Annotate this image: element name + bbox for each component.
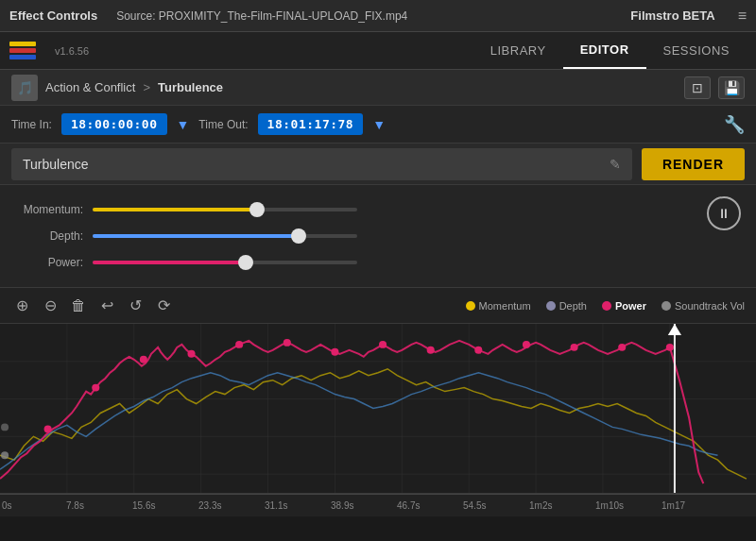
sliders-area: Momentum: Depth: Power: ⏸ [0,185,756,288]
legend-soundtrack-vol: Soundtrack Vol [662,300,745,312]
svg-point-16 [140,356,147,363]
tab-sessions[interactable]: SESSIONS [646,32,747,69]
svg-point-20 [331,348,338,356]
time-out-arrow[interactable]: ▼ [372,117,386,132]
momentum-slider-thumb [249,202,265,217]
depth-slider-row: Depth: [15,223,679,249]
delete-icon[interactable]: 🗑 [68,297,89,314]
nav-tabs-bar: v1.6.56 LIBRARY EDITOR SESSIONS [0,32,756,70]
breadcrumb-track: Turbulence [158,80,223,94]
legend-label-power: Power [615,300,646,312]
tick-10: 1m17 [662,500,685,511]
undo-icon[interactable]: ↩ [96,296,117,314]
tick-3: 23.3s [198,500,221,511]
chart-svg [0,324,756,493]
svg-point-18 [235,341,243,348]
svg-point-27 [666,344,674,351]
time-in-label: Time In: [11,118,52,131]
pause-button[interactable]: ⏸ [707,196,741,230]
legend-label-soundtrack: Soundtrack Vol [675,300,745,312]
source-file-label: Source: PROXIMITY_The-Film-FINAL-UPLOAD_… [116,9,611,23]
menu-icon[interactable]: ≡ [738,8,747,25]
top-bar: Effect Controls Source: PROXIMITY_The-Fi… [0,0,756,32]
legend-label-depth: Depth [559,300,587,312]
svg-point-21 [379,341,387,348]
save-icon[interactable]: 💾 [718,76,745,99]
tick-2: 15.6s [132,500,155,511]
momentum-slider-fill [93,208,257,211]
logo-box [9,42,36,59]
legend-dot-power [602,301,611,311]
tick-7: 54.5s [463,500,486,511]
breadcrumb-category: Action & Conflict [45,80,135,94]
svg-point-26 [618,344,626,351]
power-slider-fill [93,261,246,264]
tick-9: 1m10s [595,500,624,511]
svg-point-25 [571,344,578,351]
tick-1: 7.8s [66,500,84,511]
time-out-label: Time Out: [198,118,248,131]
track-thumbnail: 🎵 [11,75,38,101]
effect-controls-title: Effect Controls [9,8,97,23]
edit-track-name-icon[interactable]: ✎ [610,157,621,172]
power-label: Power: [15,256,83,269]
momentum-label: Momentum: [15,203,83,216]
time-in-value[interactable]: 18:00:00:00 [61,113,167,135]
sliders-col: Momentum: Depth: Power: [15,196,679,276]
loop-icon[interactable]: ⟳ [153,296,174,314]
legend-dot-depth [546,301,556,311]
tab-library[interactable]: LIBRARY [473,32,563,69]
momentum-slider-row: Momentum: [15,196,679,223]
svg-point-19 [284,339,291,347]
legend-label-momentum: Momentum [479,300,531,312]
chart-area [0,324,756,494]
legend-depth: Depth [546,300,587,312]
svg-point-28 [1,451,9,459]
tick-5: 38.9s [331,500,353,511]
depth-label: Depth: [15,229,83,243]
timeline-toolbar: ⊕ ⊖ 🗑 ↩ ↺ ⟳ Momentum Depth Power Soundtr… [0,288,756,324]
svg-point-22 [427,347,435,354]
settings-icon[interactable]: 🔧 [724,114,745,135]
time-bar: Time In: 18:00:00:00 ▼ Time Out: 18:01:1… [0,106,756,144]
breadcrumb-separator: > [143,80,150,94]
window-icon[interactable]: ⊡ [684,76,711,99]
tick-0: 0s [2,500,12,511]
depth-slider-fill [93,234,299,238]
tab-editor[interactable]: EDITOR [563,32,646,69]
zoom-out-icon[interactable]: ⊖ [40,296,60,314]
time-out-value[interactable]: 18:01:17:78 [258,113,364,135]
logo-stripe-2 [9,48,36,53]
logo-stripe-1 [9,42,36,46]
power-slider-track[interactable] [93,261,357,264]
time-axis: 0s 7.8s 15.6s 23.3s 31.1s 38.9s 46.7s 54… [0,494,756,516]
tick-4: 31.1s [265,500,287,511]
svg-point-24 [523,341,530,348]
depth-slider-thumb [291,228,306,244]
zoom-in-icon[interactable]: ⊕ [11,296,32,314]
svg-point-14 [44,425,52,432]
legend-momentum: Momentum [466,300,531,312]
version-label: v1.6.56 [55,45,89,57]
track-name-display: Turbulence [23,157,610,172]
power-slider-thumb [238,255,253,270]
power-slider-row: Power: [15,249,679,276]
render-bar: Turbulence ✎ RENDER [0,144,756,185]
depth-slider-track[interactable] [93,234,357,238]
legend-dot-soundtrack [662,301,671,311]
render-button[interactable]: RENDER [642,148,745,180]
time-in-arrow[interactable]: ▼ [177,117,190,132]
svg-point-29 [1,423,9,431]
legend-dot-momentum [466,301,475,311]
svg-point-15 [92,384,99,392]
breadcrumb-bar: 🎵 Action & Conflict > Turbulence ⊡ 💾 [0,70,756,106]
brand-label: Filmstro BETA [630,8,714,23]
momentum-slider-track[interactable] [93,208,357,211]
svg-point-17 [187,350,195,358]
logo-stripe-3 [9,55,36,59]
tick-6: 46.7s [397,500,420,511]
redo-icon[interactable]: ↺ [125,296,146,314]
tick-8: 1m2s [529,500,552,511]
svg-point-23 [474,347,482,354]
legend-power: Power [602,300,646,312]
